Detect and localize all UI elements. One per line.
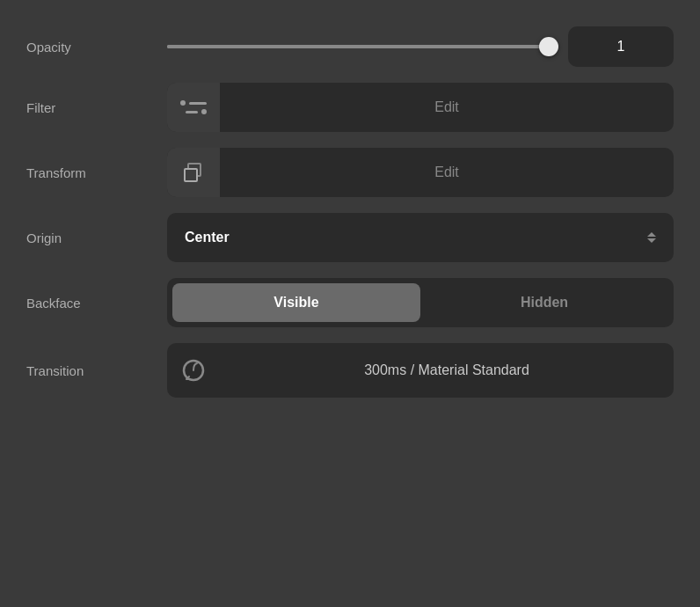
transition-control: 300ms / Material Standard xyxy=(167,343,674,398)
chevron-updown-icon xyxy=(647,232,656,243)
opacity-label: Opacity xyxy=(26,40,167,55)
transform-edit-label: Edit xyxy=(220,165,674,180)
transform-control: Edit xyxy=(167,148,674,197)
slider-fill xyxy=(167,45,558,48)
transform-layers-icon xyxy=(184,163,203,182)
backface-label: Backface xyxy=(26,296,167,311)
origin-control: Center xyxy=(167,213,674,262)
opacity-control: 1 xyxy=(167,26,674,67)
opacity-row: Opacity 1 xyxy=(26,26,674,67)
backface-row: Backface Visible Hidden xyxy=(26,278,674,327)
filter-icon-area xyxy=(167,83,220,132)
slider-thumb[interactable] xyxy=(539,37,558,56)
transition-label: Transition xyxy=(26,363,167,378)
properties-panel: Opacity 1 Filter xyxy=(0,0,700,607)
transition-icon xyxy=(182,359,205,382)
filter-edit-label: Edit xyxy=(220,99,674,115)
transform-row: Transform Edit xyxy=(26,148,674,197)
origin-row: Origin Center xyxy=(26,213,674,262)
backface-toggle-group: Visible Hidden xyxy=(167,278,674,327)
opacity-slider[interactable] xyxy=(167,45,558,48)
transition-icon-area xyxy=(167,343,220,398)
transition-row: Transition 300ms / Material Standard xyxy=(26,343,674,398)
transform-edit-button[interactable]: Edit xyxy=(167,148,674,197)
transform-icon-area xyxy=(167,148,220,197)
origin-select[interactable]: Center xyxy=(167,213,674,262)
backface-visible-option[interactable]: Visible xyxy=(172,283,420,322)
origin-value: Center xyxy=(185,230,230,245)
filter-row: Filter Edit xyxy=(26,83,674,132)
filter-label: Filter xyxy=(26,100,167,115)
opacity-value[interactable]: 1 xyxy=(568,26,674,67)
transform-label: Transform xyxy=(26,165,167,180)
filter-sliders-icon xyxy=(180,100,207,114)
transition-button[interactable]: 300ms / Material Standard xyxy=(167,343,674,398)
transition-value: 300ms / Material Standard xyxy=(220,362,674,378)
backface-hidden-option[interactable]: Hidden xyxy=(420,283,668,322)
backface-control: Visible Hidden xyxy=(167,278,674,327)
filter-edit-button[interactable]: Edit xyxy=(167,83,674,132)
origin-label: Origin xyxy=(26,230,167,245)
filter-control: Edit xyxy=(167,83,674,132)
